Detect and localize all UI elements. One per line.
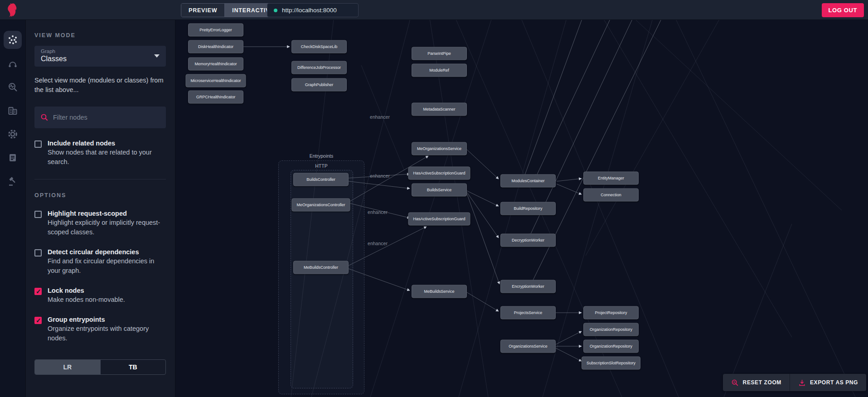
graph-mode-select[interactable]: Graph Classes [34,46,166,67]
rail-inspect-button[interactable] [4,78,22,96]
graph-node[interactable]: EncryptionWorker [500,280,556,293]
option-description: Make nodes non-movable. [48,295,125,305]
option-checkbox-row[interactable]: Group entrypointsOrganize entrypoints wi… [34,316,166,343]
preview-tab[interactable]: PREVIEW [181,4,224,17]
graph-node[interactable]: BuildRepository [500,202,556,215]
graph-node[interactable]: MemoryHealthIndicator [188,58,243,71]
entrypoints-group-label: Entrypoints [279,153,364,159]
direction-tb-button[interactable]: TB [100,360,166,374]
rail-organization-button[interactable] [4,102,22,120]
option-checkbox-row[interactable]: Detect circular dependenciesFind and fix… [34,248,166,276]
graph-node[interactable]: BuildsService [412,184,467,197]
option-title: Highlight request-scoped [48,210,166,217]
option-description: Show nodes that are related to your sear… [48,148,166,167]
checkbox-checked[interactable] [34,288,42,295]
url-field[interactable]: http://localhost:8000 [267,3,359,17]
top-bar: PREVIEW INTERACTIVE http://localhost:800… [0,0,868,20]
rail-gavel-button[interactable] [4,172,22,190]
graph-node[interactable]: PrettyErrorLogger [188,24,243,37]
sidebar-divider [34,179,166,179]
http-group-label: HTTP [279,163,364,169]
view-mode-heading: VIEW MODE [34,32,76,39]
checkbox-unchecked[interactable] [34,140,42,148]
rail-settings-button[interactable] [4,125,22,143]
option-title: Group entrypoints [48,316,166,323]
graph-node[interactable]: ProjectsService [500,306,556,320]
graph-node[interactable]: ModulesContainer [500,174,556,188]
graph-node[interactable]: MicroserviceHealthIndicator [185,74,246,87]
notes-icon [7,152,18,163]
options-heading: OPTIONS [34,192,166,198]
option-checkbox-row[interactable]: Lock nodesMake nodes non-movable. [34,287,166,305]
status-dot [274,9,277,12]
chevron-down-icon [154,54,160,58]
option-title: Lock nodes [48,287,125,294]
select-value: Classes [41,55,160,63]
nestjs-logo [5,2,20,18]
zoom-out-icon [731,379,739,387]
graph-node[interactable]: ModuleRef [412,64,467,77]
graph-node[interactable]: OrganizationsService [500,340,556,353]
route-icon [7,58,18,69]
checkbox-unchecked[interactable] [34,249,42,257]
edge-label-enhancer: enhancer [370,114,390,120]
graph-node[interactable]: DifferenceJobProcessor [291,61,347,74]
graph-node[interactable]: HasActiveSubscriptionGuard [408,213,470,226]
logout-button[interactable]: LOG OUT [822,3,864,17]
graph-canvas[interactable]: Entrypoints HTTP PrettyErrorLoggerDiskHe… [175,20,868,397]
export-png-button[interactable]: EXPORT AS PNG [790,374,866,391]
graph-node[interactable]: ParseIntPipe [412,47,467,60]
layout-direction-toggle: LR TB [34,359,166,375]
option-checkbox-row[interactable]: Highlight request-scopedHighlight explic… [34,210,166,237]
option-title: Detect circular dependencies [48,248,166,256]
rail-graph-nodes-button[interactable] [4,31,22,49]
filter-input[interactable] [53,114,160,121]
graph-node[interactable]: ProjectRepository [583,306,639,320]
graph-node[interactable]: MeOrganizationsController [291,198,350,212]
gavel-icon [7,176,18,187]
organization-icon [7,105,18,116]
settings-sidebar: VIEW MODE Graph Classes Select view mode… [26,20,175,397]
reset-zoom-button[interactable]: RESET ZOOM [723,374,790,391]
graph-node[interactable]: MeBuildsController [293,261,349,274]
graph-node[interactable]: BuildsController [293,173,349,186]
direction-lr-button[interactable]: LR [35,360,100,374]
option-checkbox-row[interactable]: Include related nodesShow nodes that are… [34,140,166,167]
select-label: Graph [41,48,160,54]
entrypoints-group: Entrypoints HTTP [278,160,364,394]
graph-node[interactable]: Connection [583,189,639,202]
graph-node[interactable]: MeBuildsService [412,285,467,298]
graph-node[interactable]: SubscriptionSlotRepository [582,357,640,370]
checkbox-unchecked[interactable] [34,211,42,218]
graph-node[interactable]: CheckDiskSpaceLib [291,40,347,53]
filter-nodes-field[interactable] [34,107,166,128]
checkbox-checked[interactable] [34,317,42,324]
edge-label-enhancer: enhancer [368,209,388,215]
graph-node[interactable]: GRPCHealthIndicator [188,91,243,104]
export-png-label: EXPORT AS PNG [810,379,858,386]
graph-node[interactable]: EntityManager [583,172,639,185]
reset-zoom-label: RESET ZOOM [743,379,781,386]
canvas-action-bar: RESET ZOOM EXPORT AS PNG [723,374,866,391]
graph-node[interactable]: MeOrganizationsService [412,142,467,155]
rail-notes-button[interactable] [4,149,22,167]
option-description: Highlight explicitly or implicitly reque… [48,218,166,237]
graph-node[interactable]: DecryptionWorker [500,234,556,247]
graph-node[interactable]: GraphPublisher [291,78,347,92]
option-description: Find and fix circular dependencies in yo… [48,257,166,276]
download-icon [798,379,806,387]
graph-node[interactable]: HasActiveSubscriptionGuard [408,167,470,180]
graph-node[interactable]: OrganizationRepository [583,323,639,336]
graph-nodes-icon [7,34,18,45]
view-mode-description: Select view mode (modules or classes) fr… [34,76,166,95]
graph-node[interactable]: MetadataScanner [412,103,467,116]
settings-gear-icon [7,129,18,140]
graph-node[interactable]: OrganizationRepository [583,340,639,353]
url-text: http://localhost:8000 [282,7,337,14]
rail-route-button[interactable] [4,54,22,73]
inspect-search-icon [7,82,18,92]
icon-rail [0,20,26,397]
edge-label-enhancer: enhancer [370,173,390,179]
graph-node[interactable]: DiskHealthIndicator [188,40,243,53]
edge-label-enhancer: enhancer [368,241,388,246]
